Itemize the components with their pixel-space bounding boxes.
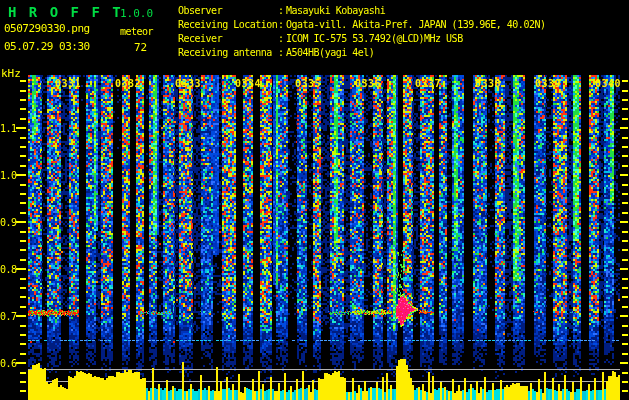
- mode-label: meteor: [120, 26, 153, 37]
- x-tick-label: 0339: [534, 78, 562, 89]
- x-tick-label: 0335: [294, 78, 322, 89]
- info-row-observer: Observer:Masayuki Kobayashi: [178, 5, 385, 16]
- info-label: Receiving antenna: [178, 47, 278, 58]
- y-tick-label: 1.1: [0, 123, 16, 134]
- x-tick-label: 0333: [174, 78, 202, 89]
- info-row-receiver: Receiver:ICOM IC-575 53.7492(@LCD)MHz US…: [178, 33, 463, 44]
- app-title: H R O F F T: [8, 4, 123, 20]
- y-tick-label: 0.6: [0, 358, 16, 369]
- y-axis-unit-label: kHz: [1, 67, 21, 80]
- x-tick-label: 0340: [594, 78, 622, 89]
- x-tick-label: 0337: [414, 78, 442, 89]
- output-filename: 0507290330.png: [4, 22, 90, 35]
- hrofft-screen: H R O F F T 1.0.0 0507290330.png meteor …: [0, 0, 629, 400]
- x-tick-label: 0334: [234, 78, 262, 89]
- info-colon: :: [278, 19, 286, 30]
- info-label: Receiving Location: [178, 19, 278, 30]
- x-tick-label: 0331: [54, 78, 82, 89]
- info-label: Receiver: [178, 33, 278, 44]
- info-value: Masayuki Kobayashi: [286, 5, 385, 16]
- info-colon: :: [278, 33, 286, 44]
- y-tick-label: 1.0: [0, 170, 16, 181]
- x-tick-label: 0332: [114, 78, 142, 89]
- app-version: 1.0.0: [120, 7, 153, 20]
- info-label: Observer: [178, 5, 278, 16]
- echo-count: 72: [134, 41, 147, 54]
- y-tick-label: 0.9: [0, 217, 16, 228]
- info-value: Ogata-vill. Akita-Pref. JAPAN (139.96E, …: [286, 19, 545, 30]
- info-value: ICOM IC-575 53.7492(@LCD)MHz USB: [286, 33, 463, 44]
- spectrogram-canvas: [0, 0, 629, 400]
- x-tick-label: 0336: [354, 78, 382, 89]
- info-value: A504HB(yagi 4el): [286, 47, 374, 58]
- info-colon: :: [278, 47, 286, 58]
- y-tick-label: 0.8: [0, 264, 16, 275]
- y-tick-label: 0.7: [0, 311, 16, 322]
- date-time: 05.07.29 03:30: [4, 40, 90, 53]
- info-row-antenna: Receiving antenna:A504HB(yagi 4el): [178, 47, 374, 58]
- x-tick-label: 0338: [474, 78, 502, 89]
- info-row-location: Receiving Location:Ogata-vill. Akita-Pre…: [178, 19, 545, 30]
- info-colon: :: [278, 5, 286, 16]
